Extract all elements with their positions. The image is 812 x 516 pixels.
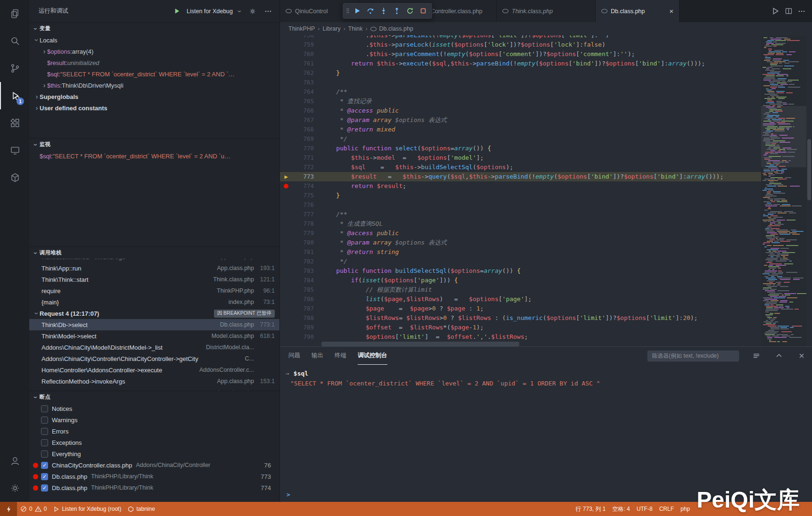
extensions-icon[interactable] — [0, 109, 29, 137]
panel-tab-终端[interactable]: 终端 — [335, 347, 346, 365]
minimap[interactable] — [761, 35, 806, 346]
stack-frame[interactable]: Think\Model->selectModel.class.php618:1 — [29, 330, 279, 342]
more-actions-icon[interactable] — [796, 6, 807, 17]
console-filter-input[interactable] — [647, 350, 739, 362]
close-panel-icon[interactable] — [796, 350, 807, 361]
stop-icon[interactable] — [417, 5, 429, 17]
stack-frame[interactable]: ReflectionMethod->invokeArgsApp.class.ph… — [29, 259, 279, 262]
breakpoint-checkbox[interactable]: ✓ — [41, 484, 48, 491]
run-debug-icon[interactable]: 1 — [0, 82, 29, 109]
eol-sequence[interactable]: CRLF — [656, 506, 677, 512]
language-mode[interactable]: php — [677, 506, 693, 512]
variable-row[interactable]: ›Superglobals — [29, 91, 279, 102]
tabnine-status[interactable]: tabnine — [124, 502, 158, 516]
watch-header[interactable]: › 监视 — [29, 138, 279, 150]
panel-tab-问题[interactable]: 问题 — [288, 347, 300, 365]
breakpoint-row[interactable]: ✓Db.class.phpThinkPHP/Library/Think773 — [29, 471, 279, 482]
breakpoint-checkbox[interactable] — [41, 450, 48, 458]
breadcrumb-item[interactable]: Library — [322, 25, 340, 32]
vertical-scrollbar-thumb[interactable] — [807, 139, 811, 200]
step-into-icon[interactable] — [377, 5, 390, 17]
remote-indicator[interactable] — [0, 502, 17, 516]
debug-status[interactable]: Listen for Xdebug (root) — [50, 502, 124, 516]
stack-frame[interactable]: Think\Think::startThink.class.php121:1 — [29, 274, 279, 285]
debug-config-dropdown[interactable]: Listen for Xdebug — [187, 8, 233, 15]
encoding[interactable]: UTF-8 — [633, 506, 656, 512]
chevron-right-icon[interactable]: › — [34, 104, 40, 112]
stack-frame[interactable]: ReflectionMethod->invokeArgsApp.class.ph… — [29, 376, 279, 387]
restart-icon[interactable] — [404, 5, 416, 17]
stack-frame[interactable]: Think\App::execApp.class.php — [29, 387, 279, 391]
explorer-icon[interactable] — [0, 0, 29, 27]
chevron-right-icon[interactable]: › — [34, 93, 40, 100]
start-debugging-icon[interactable] — [171, 6, 182, 17]
account-icon[interactable] — [0, 447, 29, 475]
panel-tab-调试控制台[interactable]: 调试控制台 — [358, 347, 387, 365]
breakpoint-row[interactable]: Everything — [29, 448, 279, 459]
variable-row[interactable]: $sql: "SELECT * FROM `ocenter_district` … — [29, 68, 279, 80]
panel-tab-输出[interactable]: 输出 — [312, 347, 323, 365]
breakpoint-checkbox[interactable]: ✓ — [41, 462, 48, 469]
stack-frame[interactable]: Think\Db->selectDb.class.php773:1 — [29, 319, 279, 330]
breadcrumb-item[interactable]: Think — [348, 25, 363, 32]
variables-header[interactable]: › 变量 — [29, 22, 279, 34]
maximize-panel-icon[interactable] — [773, 350, 785, 361]
breakpoint-checkbox[interactable] — [41, 405, 48, 412]
call-stack-header[interactable]: › 调用堆栈 — [29, 246, 279, 259]
debug-settings-gear-icon[interactable] — [247, 6, 258, 17]
continue-icon[interactable] — [351, 5, 363, 17]
breakpoint-row[interactable]: Errors — [29, 426, 279, 437]
stack-frame[interactable]: Home\Controller\AddonsController->execut… — [29, 364, 279, 376]
variable-row[interactable]: ›$this: Think\Db\Driver\Mysqli — [29, 80, 279, 91]
search-icon[interactable] — [0, 27, 29, 55]
horizontal-scrollbar[interactable] — [321, 342, 761, 346]
tab-Db.class.php[interactable]: Db.class.php× — [596, 0, 680, 22]
package-icon[interactable] — [0, 164, 29, 191]
breakpoint-checkbox[interactable] — [41, 428, 48, 435]
chevron-right-icon[interactable]: › — [41, 48, 47, 55]
watch-row[interactable]: $sql: "SELECT * FROM `ocenter_district` … — [29, 150, 279, 162]
breakpoint-row[interactable]: Exceptions — [29, 437, 279, 448]
stack-frame[interactable]: Addons\ChinaCity\Model\DistrictModel->_l… — [29, 342, 279, 353]
variable-row[interactable]: ›Locals — [29, 34, 279, 46]
variable-row[interactable]: ›User defined constants — [29, 102, 279, 114]
variable-row[interactable]: ›$options: array(4) — [29, 46, 279, 57]
cursor-position[interactable]: 行 773, 列 1 — [572, 505, 609, 513]
horizontal-scrollbar-thumb[interactable] — [321, 342, 519, 346]
close-tab-icon[interactable]: × — [666, 7, 673, 15]
source-control-icon[interactable] — [0, 55, 29, 82]
debug-console-body[interactable]: →$sql"SELECT * FROM `ocenter_district` W… — [280, 365, 812, 502]
remote-explorer-icon[interactable] — [0, 137, 29, 164]
stack-frame[interactable]: Addons\ChinaCity\Controller\ChinaCityCon… — [29, 353, 279, 364]
stack-frame[interactable]: Think\App::runApp.class.php193:1 — [29, 262, 279, 274]
indentation[interactable]: 空格: 4 — [609, 505, 633, 513]
breakpoint-checkbox[interactable]: ✓ — [41, 473, 48, 480]
breakpoint-row[interactable]: ✓ChinaCityController.class.phpAddons/Chi… — [29, 459, 279, 471]
vertical-scrollbar[interactable] — [806, 35, 812, 346]
settings-gear-icon[interactable] — [0, 475, 29, 502]
breakpoint-checkbox[interactable] — [41, 439, 48, 446]
breakpoint-row[interactable]: Notices — [29, 403, 279, 414]
stack-frame[interactable]: ›Request 4 (12:17:07)因 BREAKPOINT 已暂停 — [29, 308, 279, 319]
run-or-debug-icon[interactable] — [770, 6, 781, 17]
toolbar-drag-handle[interactable] — [345, 5, 350, 17]
current-line-arrow-icon[interactable]: ▶ — [280, 172, 292, 181]
console-prompt[interactable]: > — [287, 491, 290, 498]
code-editor[interactable]: 758 .$this->parseLimit(!empty($options['… — [280, 35, 761, 346]
breakpoint-dot-icon[interactable] — [280, 184, 292, 188]
step-over-icon[interactable] — [364, 5, 377, 17]
stack-frame[interactable]: requireThinkPHP.php96:1 — [29, 285, 279, 296]
breakpoint-row[interactable]: ✓Db.class.phpThinkPHP/Library/Think774 — [29, 482, 279, 493]
breakpoints-header[interactable]: › 断点 — [29, 391, 279, 403]
more-actions-icon[interactable] — [262, 6, 274, 17]
split-editor-icon[interactable] — [783, 6, 794, 17]
breadcrumb-item[interactable]: Db.class.php — [379, 25, 413, 32]
chevron-down-icon[interactable]: › — [236, 8, 244, 14]
breakpoint-row[interactable]: Warnings — [29, 414, 279, 426]
problems-status[interactable]: 0 0 — [17, 502, 50, 516]
step-out-icon[interactable] — [391, 5, 403, 17]
tab-Think.class.php[interactable]: Think.class.php — [497, 0, 596, 22]
console-menu-icon[interactable] — [751, 350, 762, 361]
chevron-right-icon[interactable]: › — [41, 82, 47, 89]
breakpoint-checkbox[interactable] — [41, 417, 48, 424]
